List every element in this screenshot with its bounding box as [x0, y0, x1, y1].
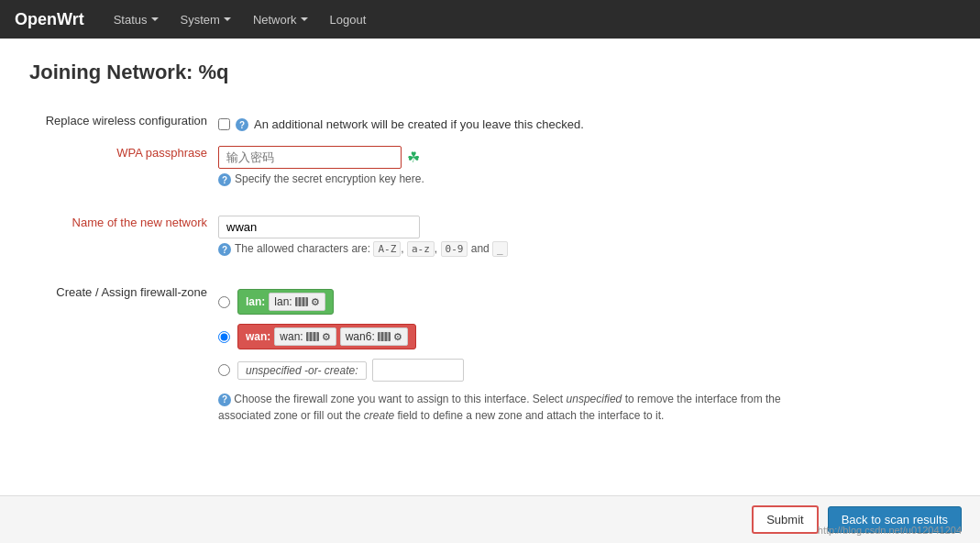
wan6-settings-icon[interactable]: ⚙ — [393, 331, 402, 343]
wan6-label-box: wan6: ⚙ — [340, 327, 408, 346]
firewall-hint-end: field to define a new zone and attach th… — [397, 409, 664, 422]
network-name-row: Name of the new network ? The allowed ch… — [29, 208, 796, 263]
nav-system[interactable]: System — [170, 0, 242, 39]
reveal-password-icon[interactable]: ☘ — [407, 149, 420, 166]
firewall-help: ? Choose the firewall zone you want to a… — [218, 391, 790, 424]
wpa-row: WPA passphrase ☘ ? Specify the secret en… — [29, 139, 796, 194]
firewall-label: Create / Assign firewall-zone — [29, 278, 213, 431]
replace-wireless-help-icon: ? — [236, 118, 248, 131]
form-table: Replace wireless configuration ? An addi… — [29, 106, 796, 431]
replace-wireless-control: ? An additional network will be created … — [218, 117, 790, 131]
wan-label: wan: — [280, 330, 303, 343]
lan-settings-icon[interactable]: ⚙ — [311, 296, 320, 308]
status-caret-icon — [151, 17, 159, 21]
replace-wireless-checkbox[interactable] — [218, 118, 230, 130]
brand: OpenWrt — [15, 10, 84, 29]
nav-status[interactable]: Status — [103, 0, 170, 39]
firewall-unspecified-option: unspecified -or- create: — [218, 359, 790, 382]
system-caret-icon — [224, 17, 231, 21]
firewall-unspecified-radio[interactable] — [218, 364, 230, 376]
lan-label-box: lan: ⚙ — [269, 293, 325, 311]
firewall-help-icon: ? — [218, 393, 231, 406]
allowed-chars-09: 0-9 — [441, 241, 468, 257]
create-zone-input[interactable] — [372, 359, 464, 382]
allowed-chars-underscore: _ — [492, 241, 508, 257]
replace-wireless-label: Replace wireless configuration — [29, 106, 213, 139]
firewall-hint-create: create — [364, 409, 394, 422]
navbar: OpenWrt Status System Network Logout — [0, 0, 980, 39]
lan-badge: lan: — [246, 295, 265, 308]
wan6-label: wan6: — [346, 330, 375, 343]
network-name-input[interactable] — [218, 216, 420, 238]
replace-wireless-row: Replace wireless configuration ? An addi… — [29, 106, 796, 139]
wan6-zone-icon — [378, 332, 391, 341]
firewall-wan-radio[interactable] — [218, 331, 230, 343]
replace-wireless-hint: An additional network will be created if… — [254, 117, 584, 131]
wan-label-box: wan: ⚙ — [274, 327, 336, 346]
main-content: Joining Network: %q Replace wireless con… — [0, 39, 825, 453]
lan-label: lan: — [274, 295, 292, 308]
firewall-hint-prefix: Choose the firewall zone you want to ass… — [234, 393, 563, 405]
unspecified-label: unspecified -or- create: — [237, 361, 367, 380]
wan-badge: wan: — [246, 330, 270, 343]
wpa-label: WPA passphrase — [29, 139, 213, 194]
wpa-help-icon: ? — [218, 173, 231, 186]
firewall-hint-unspecified: unspecified — [567, 393, 622, 405]
allowed-chars-prefix: The allowed characters are: — [235, 242, 370, 255]
firewall-lan-option: lan: lan: ⚙ — [218, 289, 790, 315]
nav-network[interactable]: Network — [242, 0, 319, 39]
nav-logout[interactable]: Logout — [319, 0, 378, 39]
allowed-chars-AZ: A-Z — [373, 241, 401, 257]
lan-zone-icon — [295, 297, 308, 306]
wpa-input[interactable] — [218, 146, 402, 169]
page-title: Joining Network: %q — [29, 61, 796, 84]
wan-settings-icon[interactable]: ⚙ — [322, 331, 331, 343]
network-name-help-icon: ? — [218, 243, 231, 256]
network-name-label: Name of the new network — [29, 208, 213, 263]
firewall-wan-option: wan: wan: ⚙ wan6: ⚙ — [218, 324, 790, 349]
wan-zone-icon — [306, 332, 319, 341]
allowed-chars-az: a-z — [407, 241, 435, 257]
firewall-row: Create / Assign firewall-zone lan: lan: … — [29, 278, 796, 431]
network-caret-icon — [301, 17, 308, 21]
wpa-hint: Specify the secret encryption key here. — [235, 172, 424, 185]
firewall-lan-radio[interactable] — [218, 296, 230, 308]
firewall-options: lan: lan: ⚙ wan: — [218, 285, 790, 382]
